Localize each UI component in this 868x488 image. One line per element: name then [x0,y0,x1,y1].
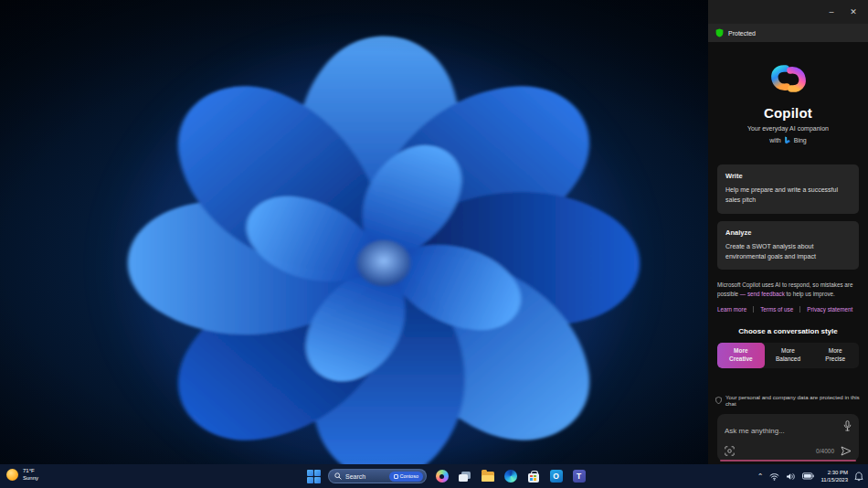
search-label: Search [345,473,365,480]
teams-icon: T [573,470,586,483]
protected-label: Protected [728,30,756,37]
style-more-creative-button[interactable]: More Creative [717,343,765,369]
file-explorer-icon [482,472,494,482]
protected-shield-icon [715,28,724,37]
style-label-line2: Precise [811,355,859,364]
taskbar-center: Search Contoso O T [307,464,587,488]
suggestion-cards: Write Help me prepare and write a succes… [708,164,868,270]
taskbar-app-teams[interactable]: T [571,469,587,484]
wifi-icon[interactable] [769,472,779,481]
desktop-screen: – ✕ Protected Cop [0,0,868,488]
style-label-line1: More [717,346,765,355]
legal-links: Learn more Terms of use Privacy statemen… [708,306,868,313]
taskbar-app-outlook[interactable]: O [548,469,564,484]
system-tray: ⌃ 2:30 PM 11/15/2023 [757,464,863,488]
weather-widget[interactable]: 71°F Sunny [6,467,38,482]
card-text: Create a SWOT analysis about environment… [725,242,851,262]
taskbar-app-file-explorer[interactable] [480,469,495,484]
privacy-statement-link[interactable]: Privacy statement [807,306,852,313]
outlook-icon: O [550,470,563,483]
edge-icon [504,470,517,483]
briefcase-icon [394,474,398,479]
with-bing-row: with Bing [708,136,868,144]
data-protection-note: Your personal and company data are prote… [708,394,868,407]
microphone-icon[interactable] [843,420,852,431]
link-divider [753,306,754,313]
conversation-style-heading: Choose a conversation style [708,327,868,335]
card-title: Analyze [725,228,851,237]
card-text: Help me prepare and write a successful s… [725,186,851,206]
data-protection-text: Your personal and company data are prote… [725,394,861,407]
sunny-icon [6,469,18,481]
disclaimer-text-end: to help us improve. [785,291,835,297]
sidebar-titlebar: – ✕ [708,0,868,24]
character-counter: 0/4000 [816,448,834,454]
ai-disclaimer: Microsoft Copilot uses AI to respond, so… [708,281,868,299]
clock-time: 2:30 PM [820,469,848,476]
contoso-badge-label: Contoso [400,473,419,479]
send-icon[interactable] [841,446,852,456]
style-label-line2: Balanced [765,355,812,364]
taskbar-app-edge[interactable] [503,469,518,484]
style-more-balanced-button[interactable]: More Balanced [765,343,812,369]
copilot-subtitle: Your everyday AI companion [708,125,868,132]
taskbar: 71°F Sunny Search Contoso [0,464,868,488]
terms-of-use-link[interactable]: Terms of use [760,306,793,313]
taskbar-app-microsoft-store[interactable] [525,469,541,484]
learn-more-link[interactable]: Learn more [717,306,746,313]
style-label-line1: More [811,346,859,355]
start-button[interactable] [307,470,321,483]
chat-input[interactable] [725,427,834,435]
shield-outline-icon [715,397,722,404]
clock[interactable]: 2:30 PM 11/15/2023 [820,469,848,483]
bing-label: Bing [794,137,807,143]
style-label-line2: Creative [717,355,765,364]
taskbar-app-task-view[interactable] [457,469,472,484]
weather-condition: Sunny [23,474,38,482]
volume-icon[interactable] [786,472,796,481]
style-label-line1: More [765,346,812,355]
clock-date: 11/15/2023 [820,476,848,483]
link-divider [799,306,800,313]
minimize-icon[interactable]: – [822,4,841,20]
search-icon [334,472,342,480]
contoso-badge[interactable]: Contoso [389,472,424,482]
copilot-sidebar: – ✕ Protected Cop [708,0,868,464]
close-icon[interactable]: ✕ [844,4,863,20]
add-image-icon[interactable] [725,446,735,456]
copilot-taskbar-icon [436,470,449,483]
chat-input-toolbar: 0/4000 [725,446,852,456]
card-title: Write [725,172,851,180]
microsoft-store-icon [528,473,539,483]
protected-bar: Protected [708,24,868,42]
notification-bell-icon[interactable] [854,472,863,482]
task-view-icon [459,472,471,482]
style-more-precise-button[interactable]: More Precise [811,343,859,369]
chevron-up-icon[interactable]: ⌃ [757,472,764,481]
send-feedback-link[interactable]: — send feedback [740,291,785,297]
input-accent-underline [720,460,856,461]
suggestion-card-write[interactable]: Write Help me prepare and write a succes… [717,164,859,214]
conversation-style-switcher: More Creative More Balanced More Precise [717,343,859,369]
search-box[interactable]: Search Contoso [328,469,427,483]
copilot-hero: Copilot Your everyday AI companion with … [708,62,868,144]
suggestion-card-analyze[interactable]: Analyze Create a SWOT analysis about env… [717,221,859,271]
taskbar-app-copilot[interactable] [434,469,450,484]
chat-input-box[interactable]: 0/4000 [717,414,859,461]
weather-temp: 71°F [23,467,38,474]
copilot-logo [770,62,807,95]
battery-icon[interactable] [802,472,814,480]
with-label: with [769,137,780,143]
bing-icon [784,136,791,144]
copilot-title: Copilot [708,105,868,121]
